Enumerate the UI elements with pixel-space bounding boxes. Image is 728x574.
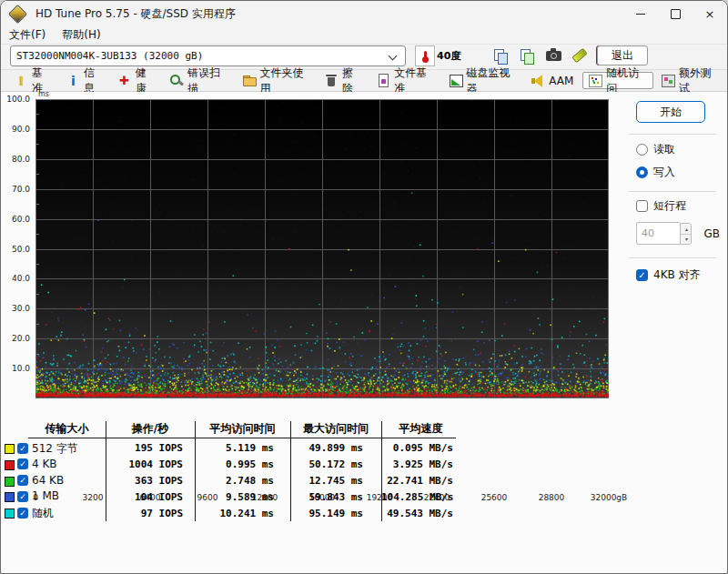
tab-benchmark[interactable]: 基准 [8,72,58,89]
screenshot-button[interactable] [543,46,563,65]
table-row: ✓ 1 MB 104 IOPS 9.589 ms 59.843 ms 104.2… [1,488,460,505]
spin-down-button[interactable]: ▾ [681,234,692,244]
ops-value: 1004 IOPS [106,458,195,470]
capacity-input[interactable] [636,222,680,245]
table-row: ✓ 随机 97 IOPS 10.241 ms 95.149 ms 49.543 … [1,505,460,521]
tab-bar: 基准 信息 健康 错误扫描 文件夹使用 擦除 文件基准 磁盘监视器 AAM 随机… [1,70,727,92]
y-tick-label: 100.0 [1,95,30,104]
table-row: ✓ 512 字节 195 IOPS 5.119 ms 49.899 ms 0.0… [1,440,460,457]
separator [629,191,716,192]
series-color-swatch [5,477,15,487]
avg-access-value: 10.241 ms [195,508,290,519]
y-tick-label: 20.0 [1,334,30,343]
title-bar: HD Tune Pro 5.75 - 硬盘/SSD 实用程序 × [1,1,727,26]
avg-speed-value: 3.925 MB/s [381,458,460,470]
marker-icon [571,48,587,63]
app-icon [8,4,27,23]
transfer-size-label: 4 KB [32,458,57,470]
hdtune-window: HD Tune Pro 5.75 - 硬盘/SSD 实用程序 × 文件(F) 帮… [0,0,728,574]
series-checkbox[interactable]: ✓ [17,491,28,502]
tab-extra-tests[interactable]: 额外测试 [655,72,725,89]
copy-color-button[interactable] [517,46,537,65]
series-color-swatch [5,460,15,470]
max-access-value: 59.843 ms [290,491,381,503]
temperature-indicator [415,45,435,66]
tab-aam[interactable]: AAM [525,72,581,89]
series-checkbox[interactable]: ✓ [17,458,28,469]
y-tick-label: 70.0 [1,185,30,194]
col-max-access-time: 最大访问时间 [290,421,381,437]
transfer-size-label: 512 字节 [32,441,78,457]
y-tick-label: 90.0 [1,125,30,134]
tab-folder-usage[interactable]: 文件夹使用 [237,72,318,89]
results-table-header: 传输大小 操作/秒 平均访问时间 最大访问时间 平均速度 [1,419,460,438]
y-tick-label: 50.0 [1,245,30,254]
menu-file[interactable]: 文件(F) [1,27,54,43]
exclamation-icon [14,74,28,87]
4kb-align-label: 4KB 对齐 [653,267,701,283]
y-tick-label: 60.0 [1,215,30,224]
tab-file-benchmark[interactable]: 文件基准 [370,72,440,89]
y-tick-label: 40.0 [1,274,30,283]
health-cross-icon [117,74,132,87]
y-axis-unit-label: ms [38,90,49,98]
save-button[interactable] [570,46,590,65]
speaker-icon [531,74,545,87]
col-avg-access-time: 平均访问时间 [195,421,290,437]
spin-up-button[interactable]: ▴ [681,224,692,234]
avg-speed-value: 22.741 MB/s [381,475,460,487]
tab-label: AAM [549,75,573,87]
max-access-value: 49.899 ms [290,442,381,454]
header-underline [28,438,456,438]
tab-health[interactable]: 健康 [112,72,162,89]
minimize-icon [636,14,645,15]
temperature-value: 40度 [437,49,460,63]
read-radio[interactable] [636,144,648,156]
series-checkbox[interactable]: ✓ [17,508,28,519]
ops-value: 195 IOPS [106,442,195,454]
series-checkbox[interactable]: ✓ [17,475,28,486]
table-row: ✓ 4 KB 1004 IOPS 0.995 ms 50.172 ms 3.92… [1,457,460,473]
ops-value: 97 IOPS [106,508,195,519]
chevron-down-icon [389,52,398,61]
drive-selector-dropdown[interactable]: ST32000NM004K-3UB133 (32000 gB) [10,45,406,66]
y-tick-label: 30.0 [1,304,30,313]
window-title: HD Tune Pro 5.75 - 硬盘/SSD 实用程序 [35,6,236,22]
transfer-size-label: 1 MB [32,489,59,502]
short-stroke-checkbox[interactable] [636,200,648,212]
folder-icon [242,74,257,87]
tab-disk-monitor[interactable]: 磁盘监视器 [443,72,524,89]
tab-error-scan[interactable]: 错误扫描 [164,72,234,89]
series-checkbox[interactable]: ✓ [17,443,28,454]
random-access-page: ms 100.090.080.070.060.050.040.030.020.0… [1,92,727,573]
copy-icon [494,49,507,63]
copy-button[interactable] [490,46,511,65]
transfer-size-label: 64 KB [32,474,64,487]
extra-tests-icon [661,74,675,87]
close-button[interactable]: × [693,1,727,26]
max-access-value: 50.172 ms [290,458,381,470]
test-control-panel: 开始 读取 写入 短行程 ▴ ▾ GB [629,97,720,283]
maximize-button[interactable] [658,1,693,26]
maximize-icon [671,9,681,19]
start-button[interactable]: 开始 [636,101,705,123]
max-access-value: 12.745 ms [290,475,381,487]
x-tick-label: 28800 [522,493,581,502]
write-radio[interactable] [636,166,648,178]
col-ops-per-sec: 操作/秒 [106,421,195,437]
magnifier-icon [169,74,184,87]
exit-button[interactable]: 退出 [597,45,648,65]
short-stroke-label: 短行程 [653,198,686,214]
menu-help[interactable]: 帮助(H) [54,27,108,43]
info-icon [66,74,80,87]
avg-speed-value: 49.543 MB/s [381,508,460,519]
ops-value: 104 IOPS [106,491,195,503]
4kb-align-checkbox[interactable]: ✓ [636,269,648,281]
tab-random-access[interactable]: 随机访问 [582,72,652,89]
minimize-button[interactable] [623,1,658,26]
col-transfer-size: 传输大小 [1,421,106,437]
tab-info[interactable]: 信息 [60,72,110,89]
trash-icon [324,74,339,87]
tab-erase[interactable]: 擦除 [318,72,369,89]
avg-access-value: 5.119 ms [195,442,290,454]
